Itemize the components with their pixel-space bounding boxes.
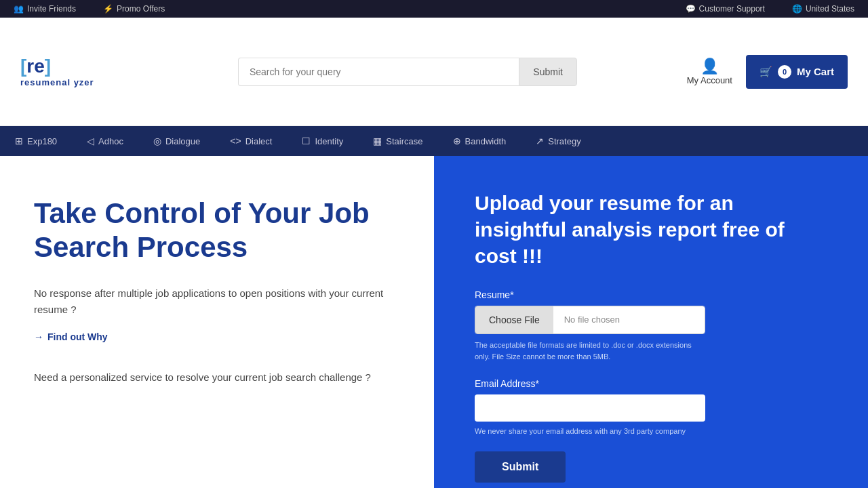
right-section: Upload your resume for an insightful ana… xyxy=(434,156,868,488)
cart-count: 0 xyxy=(778,65,791,79)
promo-label: Promo Offers xyxy=(117,4,165,14)
email-input[interactable] xyxy=(475,394,705,422)
my-account-label: My Account xyxy=(687,75,732,85)
search-button[interactable]: Submit xyxy=(519,58,577,86)
logo[interactable]: [ re ] resumenal yzer xyxy=(20,56,94,87)
nav-item-dialogue[interactable]: ◎ Dialogue xyxy=(138,126,215,156)
cart-label: My Cart xyxy=(797,66,834,77)
file-input-wrapper: Choose File No file chosen xyxy=(475,306,705,334)
nav-item-bandwidth[interactable]: ⊕ Bandwidth xyxy=(438,126,521,156)
my-account-button[interactable]: 👤 My Account xyxy=(687,58,732,85)
adhoc-icon: ◁ xyxy=(87,136,94,146)
customer-support-link[interactable]: 💬 Customer Support xyxy=(686,4,765,14)
find-out-label: Find out Why xyxy=(47,331,108,342)
logo-full-text: resumenal yzer xyxy=(20,77,94,87)
nav-label-adhoc: Adhoc xyxy=(98,136,123,146)
find-out-link[interactable]: → Find out Why xyxy=(34,331,108,342)
nav-item-dialect[interactable]: <> Dialect xyxy=(215,126,287,156)
choose-file-button[interactable]: Choose File xyxy=(475,306,553,333)
nav-label-dialect: Dialect xyxy=(245,136,273,146)
nav-label-bandwidth: Bandwidth xyxy=(465,136,507,146)
dialect-icon: <> xyxy=(230,136,241,146)
hero-heading: Take Control of Your Job Search Process xyxy=(34,197,400,265)
invite-label: Invite Friends xyxy=(27,4,76,14)
file-hint: The acceptable file formats are limited … xyxy=(475,340,705,362)
hero-subtext: No response after multiple job applicati… xyxy=(34,285,400,318)
nav-item-exp180[interactable]: ⊞ Exp180 xyxy=(0,126,72,156)
header-right: 👤 My Account 🛒 0 My Cart xyxy=(687,55,848,89)
top-bar-left: 👥 Invite Friends ⚡ Promo Offers xyxy=(14,4,165,14)
logo-bracket-right: ] xyxy=(45,56,51,77)
strategy-icon: ↗ xyxy=(536,136,544,146)
promo-offers-link[interactable]: ⚡ Promo Offers xyxy=(103,4,165,14)
arrow-right-icon: → xyxy=(34,331,43,342)
nav-item-strategy[interactable]: ↗ Strategy xyxy=(521,126,595,156)
second-paragraph: Need a personalized service to resolve y… xyxy=(34,369,400,386)
region-selector[interactable]: 🌐 United States xyxy=(792,4,854,14)
person-icon: 👤 xyxy=(701,58,719,75)
header: [ re ] resumenal yzer Submit 👤 My Accoun… xyxy=(0,18,868,126)
email-label: Email Address* xyxy=(475,378,827,389)
email-hint: We never share your email address with a… xyxy=(475,427,705,435)
dialogue-icon: ◎ xyxy=(153,136,161,146)
nav-bar: ⊞ Exp180 ◁ Adhoc ◎ Dialogue <> Dialect ☐… xyxy=(0,126,868,156)
cart-button[interactable]: 🛒 0 My Cart xyxy=(746,55,848,89)
support-label: Customer Support xyxy=(699,4,765,14)
support-icon: 💬 xyxy=(686,4,696,14)
nav-label-dialogue: Dialogue xyxy=(165,136,200,146)
search-input[interactable] xyxy=(238,58,519,86)
nav-label-strategy: Strategy xyxy=(548,136,580,146)
upload-heading: Upload your resume for an insightful ana… xyxy=(475,190,827,269)
search-area: Submit xyxy=(238,58,577,86)
staircase-icon: ▦ xyxy=(373,136,382,146)
nav-item-staircase[interactable]: ▦ Staircase xyxy=(358,126,437,156)
nav-item-identity[interactable]: ☐ Identity xyxy=(287,126,358,156)
identity-icon: ☐ xyxy=(302,136,311,146)
invite-friends-link[interactable]: 👥 Invite Friends xyxy=(14,4,76,14)
exp180-icon: ⊞ xyxy=(15,136,23,146)
resume-label: Resume* xyxy=(475,289,827,300)
region-label: United States xyxy=(806,4,854,14)
left-section: Take Control of Your Job Search Process … xyxy=(0,156,434,488)
main-content: Take Control of Your Job Search Process … xyxy=(0,156,868,488)
promo-icon: ⚡ xyxy=(103,4,113,14)
logo-area: [ re ] resumenal yzer xyxy=(20,56,183,87)
top-bar-right: 💬 Customer Support 🌐 United States xyxy=(686,4,854,14)
nav-label-exp180: Exp180 xyxy=(27,136,57,146)
logo-bracket-left: [ xyxy=(20,56,26,77)
nav-item-adhoc[interactable]: ◁ Adhoc xyxy=(72,126,138,156)
globe-icon: 🌐 xyxy=(792,4,802,14)
nav-label-staircase: Staircase xyxy=(386,136,422,146)
invite-icon: 👥 xyxy=(14,4,24,14)
file-name-display: No file chosen xyxy=(553,306,705,333)
submit-button[interactable]: Submit xyxy=(475,451,566,483)
nav-label-identity: Identity xyxy=(315,136,343,146)
logo-re: re xyxy=(26,56,44,77)
bandwidth-icon: ⊕ xyxy=(453,136,461,146)
cart-icon: 🛒 xyxy=(760,66,772,78)
top-bar: 👥 Invite Friends ⚡ Promo Offers 💬 Custom… xyxy=(0,0,868,18)
